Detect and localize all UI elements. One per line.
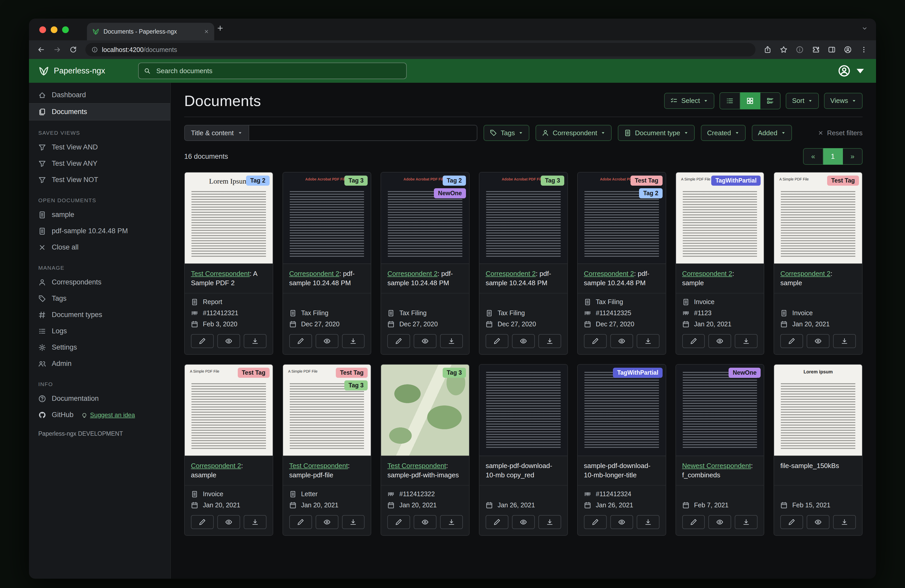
document-thumbnail[interactable]: A Simple PDF FileTagWithPartial [676, 173, 764, 264]
correspondent-link[interactable]: Correspondent 2 [780, 270, 830, 277]
document-meta-calendar[interactable]: Feb 3, 2020 [191, 320, 267, 328]
tag-badge[interactable]: Test Tag [630, 176, 662, 185]
reset-filters-button[interactable]: Reset filters [818, 129, 862, 137]
download-button[interactable] [244, 515, 267, 529]
tag-badge[interactable]: Tag 3 [541, 176, 564, 185]
tag-badge[interactable]: NewOne [729, 368, 761, 378]
tag-badge[interactable]: Tag 2 [246, 176, 269, 185]
back-button[interactable] [34, 43, 48, 57]
sort-button[interactable]: Sort [786, 93, 819, 109]
view-button[interactable] [218, 515, 240, 529]
browser-tab[interactable]: Documents - Paperless-ngx [87, 23, 214, 40]
document-thumbnail[interactable]: Adobe Acrobat PDF FilesTag 3 [479, 173, 567, 264]
bookmark-star-icon[interactable] [777, 43, 791, 57]
document-meta-calendar[interactable]: Feb 7, 2021 [682, 501, 758, 509]
sidebar-item-close-all[interactable]: Close all [29, 239, 170, 255]
document-meta-file[interactable]: Tax Filing [387, 309, 463, 317]
sidebar-item-test-view-and[interactable]: Test View AND [29, 139, 170, 155]
tag-badge[interactable]: Tag 3 [345, 176, 368, 185]
correspondent-link[interactable]: Correspondent 2 [584, 270, 634, 277]
document-meta-upc[interactable]: #112412325 [584, 309, 659, 317]
correspondent-link[interactable]: Test Correspondent [387, 462, 446, 469]
document-meta-calendar[interactable]: Jan 20, 2021 [682, 320, 758, 328]
download-button[interactable] [833, 515, 856, 529]
global-search[interactable] [138, 63, 407, 79]
tag-badge[interactable]: Test Tag [238, 368, 270, 378]
created-filter-button[interactable]: Created [701, 125, 746, 141]
tab-close-icon[interactable] [204, 29, 209, 34]
document-meta-file[interactable]: Invoice [682, 298, 758, 306]
correspondent-link[interactable]: Correspondent 2 [191, 462, 241, 469]
tag-badge[interactable]: Tag 3 [345, 380, 368, 390]
document-meta-file[interactable]: Tax Filing [289, 309, 365, 317]
sidebar-item-settings[interactable]: Settings [29, 339, 170, 355]
document-type-filter-button[interactable]: Document type [618, 125, 695, 141]
site-info-icon[interactable] [92, 46, 98, 53]
tags-filter-button[interactable]: Tags [484, 125, 529, 141]
sidebar-item-documents[interactable]: Documents [29, 103, 170, 120]
sidebar-item-correspondents[interactable]: Correspondents [29, 274, 170, 290]
edit-button[interactable] [486, 515, 508, 529]
document-meta-calendar[interactable]: Jan 20, 2021 [780, 320, 856, 328]
new-tab-button[interactable] [216, 24, 224, 32]
edit-button[interactable] [191, 334, 214, 348]
document-thumbnail[interactable]: A Simple PDF FileTest Tag [185, 365, 273, 456]
select-button[interactable]: Select [664, 93, 714, 109]
search-input[interactable] [155, 67, 401, 76]
sidebar-item-admin[interactable]: Admin [29, 355, 170, 372]
tag-badge[interactable]: Tag 3 [443, 368, 466, 378]
download-button[interactable] [440, 515, 463, 529]
document-meta-file[interactable]: Letter [289, 490, 365, 498]
view-button[interactable] [414, 515, 437, 529]
edit-button[interactable] [387, 515, 410, 529]
sidebar-item-test-view-any[interactable]: Test View ANY [29, 155, 170, 172]
document-meta-calendar[interactable]: Dec 27, 2020 [289, 320, 365, 328]
edit-button[interactable] [191, 515, 214, 529]
correspondent-link[interactable]: Test Correspondent [289, 462, 348, 469]
sidebar-item-dashboard[interactable]: Dashboard [29, 87, 170, 103]
view-button[interactable] [316, 334, 338, 348]
share-icon[interactable] [761, 43, 775, 57]
download-button[interactable] [342, 515, 365, 529]
view-button[interactable] [316, 515, 338, 529]
extensions-puzzle-icon[interactable] [809, 43, 823, 57]
browser-profile-icon[interactable] [841, 43, 855, 57]
download-button[interactable] [538, 515, 561, 529]
download-button[interactable] [735, 515, 757, 529]
correspondent-link[interactable]: Newest Correspondent [682, 462, 751, 469]
download-button[interactable] [440, 334, 463, 348]
document-thumbnail[interactable] [479, 365, 567, 456]
sidebar-item-open-doc-pdf-sample[interactable]: pdf-sample 10.24.48 PM [29, 223, 170, 239]
sidebar-item-open-doc-sample[interactable]: sample [29, 207, 170, 223]
document-thumbnail[interactable]: NewOne [676, 365, 764, 456]
views-button[interactable]: Views [824, 93, 862, 109]
page-number-button[interactable]: 1 [823, 148, 843, 165]
document-meta-calendar[interactable]: Jan 20, 2021 [191, 501, 267, 509]
view-button[interactable] [512, 515, 535, 529]
address-bar[interactable]: localhost:4200/documents [86, 43, 756, 56]
document-meta-calendar[interactable]: Dec 27, 2020 [584, 320, 659, 328]
tag-badge[interactable]: TagWithPartial [711, 176, 761, 185]
view-button[interactable] [414, 334, 437, 348]
next-page-button[interactable]: » [843, 148, 862, 165]
document-meta-file[interactable]: Invoice [191, 490, 267, 498]
tag-badge[interactable]: Tag 2 [443, 176, 466, 185]
tab-list-chevron-icon[interactable] [862, 25, 868, 32]
view-button[interactable] [610, 334, 633, 348]
document-thumbnail[interactable]: Lorem IpsumTag 2 [185, 173, 273, 264]
tag-badge[interactable]: TagWithPartial [613, 368, 662, 378]
page-status-icon[interactable] [793, 43, 807, 57]
document-meta-calendar[interactable]: Dec 27, 2020 [486, 320, 561, 328]
document-meta-upc[interactable]: #112412322 [387, 490, 463, 498]
tag-badge[interactable]: Test Tag [827, 176, 859, 185]
download-button[interactable] [637, 515, 659, 529]
view-grid-button[interactable] [740, 92, 761, 109]
title-content-dropdown[interactable]: Title & content [184, 125, 249, 141]
tag-badge[interactable]: Test Tag [336, 368, 368, 378]
edit-button[interactable] [682, 334, 705, 348]
document-thumbnail[interactable]: Adobe Acrobat PDF FilesTest TagTag 2 [578, 173, 666, 264]
edit-button[interactable] [584, 334, 607, 348]
view-button[interactable] [708, 515, 731, 529]
correspondent-link[interactable]: Correspondent 2 [289, 270, 340, 277]
document-meta-file[interactable]: Report [191, 298, 267, 306]
